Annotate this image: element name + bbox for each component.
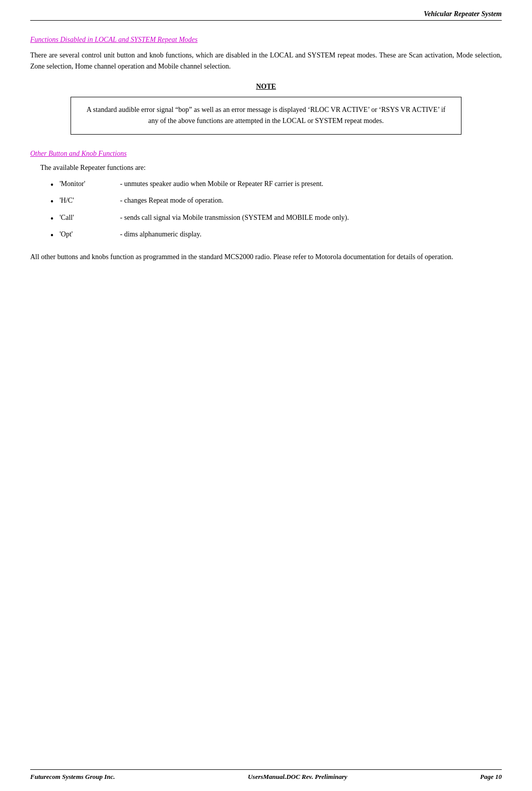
bullet-desc: - dims alphanumeric display. bbox=[120, 230, 202, 238]
bullet-dot: • bbox=[50, 230, 53, 241]
bullet-dot: • bbox=[50, 197, 53, 208]
list-item: • 'Monitor' - unmutes speaker audio when… bbox=[50, 180, 502, 191]
bullet-term: 'Call' bbox=[59, 214, 120, 222]
bullet-term: 'H/C' bbox=[59, 197, 120, 205]
note-box: A standard audible error signal “bop” as… bbox=[71, 97, 461, 135]
list-item: • 'Opt' - dims alphanumeric display. bbox=[50, 230, 502, 241]
list-item: • 'Call' - sends call signal via Mobile … bbox=[50, 214, 502, 225]
bullet-dot: • bbox=[50, 214, 53, 225]
footer-right: Page 10 bbox=[480, 773, 502, 781]
section1-paragraph: There are several control unit button an… bbox=[30, 50, 502, 73]
section1-heading[interactable]: Functions Disabled in LOCAL and SYSTEM R… bbox=[30, 36, 502, 44]
page-container: Vehicular Repeater System Functions Disa… bbox=[0, 0, 532, 791]
bullet-desc: - changes Repeat mode of operation. bbox=[120, 197, 223, 205]
bullet-list: • 'Monitor' - unmutes speaker audio when… bbox=[50, 180, 502, 241]
bullet-desc: - unmutes speaker audio when Mobile or R… bbox=[120, 180, 323, 188]
section2-heading[interactable]: Other Button and Knob Functions bbox=[30, 150, 502, 158]
footer-center: UsersManual.DOC Rev. Preliminary bbox=[248, 773, 347, 781]
header-bar: Vehicular Repeater System bbox=[30, 10, 502, 21]
header-title: Vehicular Repeater System bbox=[424, 10, 502, 18]
note-label: NOTE bbox=[30, 83, 502, 91]
bullet-term: 'Opt' bbox=[59, 230, 120, 238]
footer-bar: Futurecom Systems Group Inc. UsersManual… bbox=[30, 769, 502, 781]
bullet-desc: - sends call signal via Mobile transmiss… bbox=[120, 214, 349, 222]
closing-paragraph: All other buttons and knobs function as … bbox=[30, 252, 502, 263]
section2-intro: The available Repeater functions are: bbox=[40, 164, 502, 172]
footer-left: Futurecom Systems Group Inc. bbox=[30, 773, 115, 781]
list-item: • 'H/C' - changes Repeat mode of operati… bbox=[50, 197, 502, 208]
bullet-dot: • bbox=[50, 180, 53, 191]
bullet-term: 'Monitor' bbox=[59, 180, 120, 188]
